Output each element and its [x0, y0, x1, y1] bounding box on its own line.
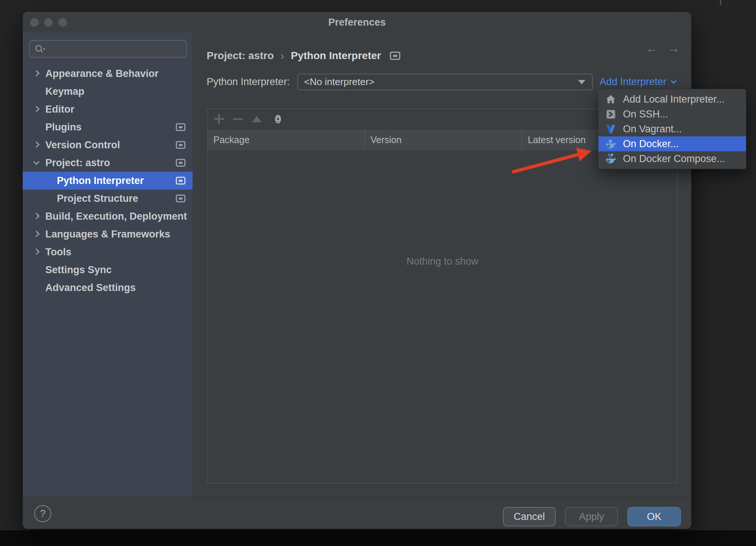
add-interpreter-menu: Add Local Interpreter... On SSH... On Va…: [598, 89, 746, 169]
plus-icon: [214, 114, 224, 124]
chevron-right-icon[interactable]: [33, 106, 40, 112]
sidebar-item-python-interpreter[interactable]: Python Interpreter: [23, 172, 193, 190]
sidebar-item-project-structure[interactable]: Project Structure: [23, 190, 193, 207]
desktop-bottom-band: [0, 530, 756, 546]
package-table-body: Nothing to show: [208, 150, 677, 483]
sidebar-item-advanced-settings[interactable]: Advanced Settings: [23, 279, 193, 297]
menu-item-add-local-interpreter[interactable]: Add Local Interpreter...: [598, 92, 746, 107]
add-interpreter-link[interactable]: Add Interpreter: [600, 74, 676, 90]
window-title: Preferences: [23, 12, 691, 33]
background-artifact: [720, 0, 721, 5]
breadcrumb-separator-icon: ›: [281, 49, 284, 62]
eye-icon: [275, 115, 281, 123]
combobox-caret-icon: [578, 80, 585, 84]
monitor-icon: [176, 123, 185, 131]
menu-item-on-vagrant[interactable]: On Vagrant...: [598, 122, 746, 136]
empty-table-message: Nothing to show: [208, 256, 677, 267]
up-triangle-icon: [252, 116, 262, 122]
chevron-down-icon: [671, 78, 677, 84]
column-header-version[interactable]: Version: [365, 129, 522, 150]
sidebar-item-appearance-behavior[interactable]: Appearance & Behavior: [23, 65, 193, 83]
forward-arrow-icon[interactable]: →: [668, 41, 680, 55]
upgrade-package-button[interactable]: [252, 114, 262, 124]
interpreter-combobox-value: <No interpreter>: [304, 76, 374, 88]
chevron-right-icon[interactable]: [33, 70, 40, 77]
question-mark-icon: ?: [40, 508, 45, 520]
monitor-icon: [176, 159, 185, 167]
search-history-caret-icon: [43, 48, 46, 50]
chevron-right-icon[interactable]: [33, 231, 40, 237]
vagrant-icon: [605, 123, 617, 135]
monitor-icon: [176, 177, 185, 185]
sidebar-item-languages-frameworks[interactable]: Languages & Frameworks: [23, 225, 193, 243]
breadcrumb-project[interactable]: Project: astro: [207, 50, 274, 62]
interpreter-combobox[interactable]: <No interpreter>: [297, 74, 593, 90]
python-interpreter-label: Python Interpreter:: [207, 74, 290, 90]
monitor-icon: [176, 194, 185, 203]
minus-icon: [233, 118, 243, 120]
sidebar-item-build-execution-deployment[interactable]: Build, Execution, Deployment: [23, 207, 193, 225]
preferences-window: Preferences Appearance & Behavior Keymap: [23, 12, 691, 529]
menu-item-on-ssh[interactable]: On SSH...: [598, 107, 746, 122]
desktop: Preferences Appearance & Behavior Keymap: [0, 0, 756, 546]
search-icon: [34, 44, 46, 54]
sidebar-item-editor[interactable]: Editor: [23, 100, 193, 118]
chevron-right-icon[interactable]: [33, 142, 40, 148]
menu-item-on-docker[interactable]: On Docker...: [598, 136, 746, 151]
home-icon: [605, 93, 617, 105]
monitor-icon: [390, 51, 400, 60]
titlebar: Preferences: [23, 12, 691, 33]
chevron-right-icon[interactable]: [33, 249, 40, 255]
breadcrumb: Project: astro › Python Interpreter: [207, 48, 400, 63]
remove-package-button[interactable]: [233, 114, 243, 124]
apply-button[interactable]: Apply: [565, 507, 618, 526]
chevron-right-icon[interactable]: [33, 213, 40, 219]
column-header-package[interactable]: Package: [208, 129, 365, 150]
settings-tree: Appearance & Behavior Keymap Editor Plug…: [23, 65, 193, 297]
settings-search-input[interactable]: [29, 40, 187, 58]
sidebar-item-version-control[interactable]: Version Control: [23, 136, 193, 154]
breadcrumb-page: Python Interpreter: [291, 50, 381, 62]
docker-icon: [605, 138, 617, 150]
add-package-button[interactable]: [214, 114, 224, 124]
monitor-icon: [176, 141, 185, 149]
ssh-icon: [605, 108, 617, 120]
dialog-footer: ? Cancel Apply OK: [23, 497, 691, 529]
history-nav: ← →: [646, 41, 680, 56]
sidebar-item-plugins[interactable]: Plugins: [23, 118, 193, 136]
sidebar-item-keymap[interactable]: Keymap: [23, 83, 193, 100]
docker-compose-icon: [605, 153, 617, 165]
sidebar-item-settings-sync[interactable]: Settings Sync: [23, 261, 193, 279]
cancel-button[interactable]: Cancel: [503, 507, 556, 526]
help-button[interactable]: ?: [34, 505, 51, 522]
ok-button[interactable]: OK: [627, 507, 681, 526]
settings-sidebar: Appearance & Behavior Keymap Editor Plug…: [23, 33, 193, 497]
sidebar-item-tools[interactable]: Tools: [23, 243, 193, 261]
show-early-releases-button[interactable]: [271, 114, 281, 124]
back-arrow-icon[interactable]: ←: [646, 41, 658, 55]
chevron-down-icon[interactable]: [33, 159, 40, 165]
menu-item-on-docker-compose[interactable]: On Docker Compose...: [598, 151, 746, 166]
sidebar-item-project-astro[interactable]: Project: astro: [23, 154, 193, 172]
